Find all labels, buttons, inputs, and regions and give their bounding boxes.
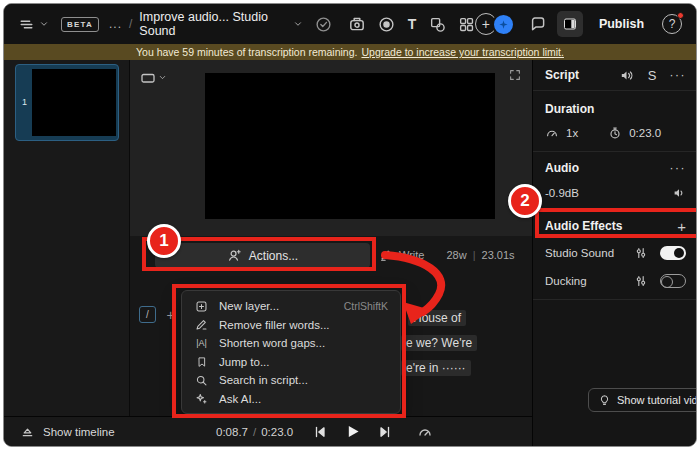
- studio-sound-label: Studio Sound: [545, 247, 614, 259]
- notification-dot: [677, 12, 684, 19]
- shapes-icon[interactable]: [429, 16, 446, 33]
- layout-chevron-down-icon[interactable]: [158, 73, 167, 82]
- banner-message: You have 59 minutes of transcription rem…: [136, 46, 357, 58]
- chevron-down-icon[interactable]: [39, 19, 49, 29]
- current-time: 0:08.7: [216, 426, 248, 438]
- show-timeline-button[interactable]: Show timeline: [20, 424, 115, 439]
- playback-speed-icon[interactable]: [417, 424, 433, 440]
- duration-values: 1x 0:23.0: [533, 121, 697, 145]
- recorder-icon[interactable]: [348, 15, 366, 33]
- duration-header: Duration: [533, 97, 697, 121]
- comments-icon[interactable]: [529, 15, 547, 33]
- project-title[interactable]: Improve audio... Studio Sound: [139, 10, 287, 38]
- top-toolbar: BETA ... / Improve audio... Studio Sound…: [4, 4, 696, 44]
- transcript-fragment[interactable]: e we? We're: [401, 335, 477, 351]
- record-icon[interactable]: [378, 16, 395, 33]
- annotation-step-2: 2: [508, 184, 542, 218]
- count-separator: |: [473, 249, 476, 261]
- toggle-right-panel-button[interactable]: [557, 11, 583, 37]
- beta-badge: BETA: [61, 17, 99, 32]
- slash-command-button[interactable]: /: [139, 306, 156, 323]
- scene-thumbnail-video: [32, 69, 116, 136]
- breadcrumb-dots-button[interactable]: ...: [109, 17, 122, 31]
- app-logo-icon[interactable]: [18, 16, 35, 33]
- scene-sidebar: 1: [4, 60, 129, 416]
- show-tutorial-video-button[interactable]: Show tutorial video: [588, 388, 697, 412]
- lightbulb-icon: [598, 394, 611, 407]
- total-time: 0:23.0: [261, 426, 293, 438]
- layout-icon[interactable]: [140, 70, 156, 86]
- play-icon[interactable]: [344, 423, 361, 440]
- video-preview[interactable]: [205, 73, 495, 219]
- timecode: 0:08.7 / 0:23.0: [216, 426, 293, 438]
- stopwatch-icon: [608, 126, 622, 140]
- speaker-label-button[interactable]: S: [648, 68, 657, 83]
- tutorial-button-label: Show tutorial video: [617, 394, 697, 406]
- user-avatar[interactable]: [492, 13, 515, 36]
- script-duration: 23.01s: [482, 249, 515, 261]
- studio-sound-toggle-on[interactable]: [660, 246, 686, 260]
- ducking-settings-icon[interactable]: [634, 274, 648, 288]
- publish-button[interactable]: Publish: [599, 17, 644, 31]
- script-title: Script: [545, 68, 579, 82]
- ducking-label: Ducking: [545, 275, 587, 287]
- scene-thumbnail-selected[interactable]: 1: [15, 64, 119, 141]
- studio-sound-row: Studio Sound: [533, 239, 697, 267]
- templates-grid-icon[interactable]: [458, 16, 475, 33]
- ducking-toggle-off[interactable]: [660, 274, 686, 288]
- gain-speaker-icon[interactable]: [672, 186, 686, 200]
- audio-gain-row: -0.9dB: [533, 181, 697, 205]
- speaker-icon[interactable]: [619, 68, 634, 83]
- upgrade-link[interactable]: Upgrade to increase your transcription l…: [361, 46, 564, 58]
- playback-speed-value[interactable]: 1x: [566, 127, 578, 139]
- annotation-step-1: 1: [147, 224, 181, 258]
- show-timeline-label: Show timeline: [43, 426, 115, 438]
- time-separator: /: [253, 426, 256, 438]
- gain-value[interactable]: -0.9dB: [545, 187, 579, 199]
- transport-bar: Show timeline 0:08.7 / 0:23.0: [4, 416, 532, 447]
- audio-title: Audio: [545, 161, 579, 175]
- title-chevron-down-icon[interactable]: [293, 19, 303, 29]
- audio-overflow-menu[interactable]: ···: [670, 161, 687, 175]
- ducking-row: Ducking: [533, 267, 697, 295]
- studio-sound-settings-icon[interactable]: [634, 246, 648, 260]
- annotation-arrow: [369, 242, 459, 332]
- annotation-rect-studio-sound: [535, 208, 697, 238]
- inspector-panel: Script S ··· Duration 1x 0:23.0 Audio ··…: [532, 60, 697, 447]
- video-canvas-area: [129, 60, 532, 236]
- transcript-fragment[interactable]: e're in ······: [401, 360, 471, 376]
- transcription-banner: You have 59 minutes of transcription rem…: [4, 44, 696, 60]
- help-button[interactable]: ?: [662, 14, 682, 34]
- script-header: Script S ···: [533, 60, 697, 90]
- skip-forward-icon[interactable]: [377, 424, 393, 440]
- transport-controls: [312, 423, 433, 440]
- breadcrumb-separator: /: [129, 17, 132, 31]
- help-question-glyph: ?: [669, 17, 676, 31]
- duration-title: Duration: [545, 102, 594, 116]
- text-tool-button[interactable]: T: [408, 16, 417, 32]
- speed-gauge-icon[interactable]: [545, 126, 559, 140]
- sync-check-icon[interactable]: [315, 16, 332, 33]
- script-overflow-menu[interactable]: ···: [670, 68, 687, 82]
- app-window: BETA ... / Improve audio... Studio Sound…: [3, 3, 697, 447]
- clip-duration-value: 0:23.0: [629, 127, 661, 139]
- scene-number: 1: [22, 97, 27, 107]
- fullscreen-icon[interactable]: [508, 68, 522, 82]
- timeline-icon: [20, 424, 35, 439]
- audio-header: Audio ···: [533, 155, 697, 181]
- skip-back-icon[interactable]: [312, 424, 328, 440]
